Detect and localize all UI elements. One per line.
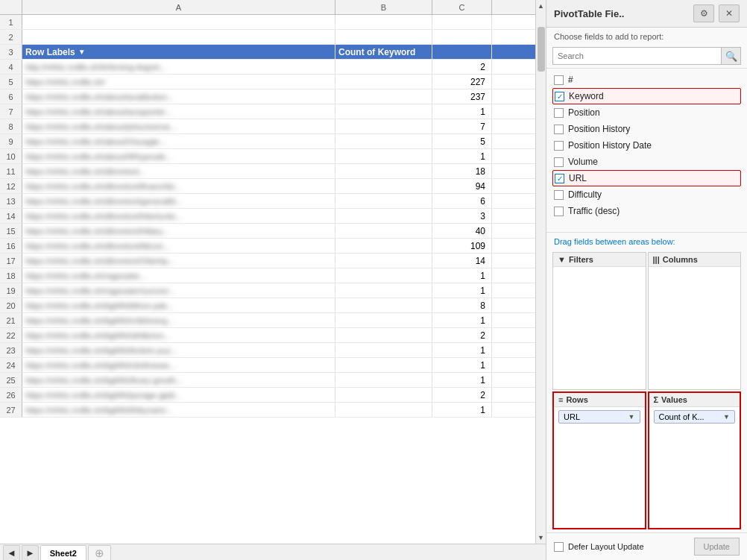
field-item-position-history: Position History xyxy=(552,121,741,137)
rows-chip-url-arrow[interactable]: ▼ xyxy=(628,413,635,421)
field-item-hash: # xyxy=(552,72,741,88)
field-label-hash: # xyxy=(568,75,573,85)
table-row: 2 xyxy=(0,30,535,45)
table-row: 4 http://nhhic.nrdlts.sh/lir/leming-iteg… xyxy=(0,60,535,75)
field-checkbox-position[interactable] xyxy=(554,108,564,118)
pivot-settings-button[interactable]: ⚙ xyxy=(693,4,714,22)
main-layout: A B C 1 2 xyxy=(0,0,546,560)
corner-header xyxy=(0,0,22,14)
defer-layout-label: Defer Layout Update xyxy=(568,542,690,551)
filters-label: Filters xyxy=(569,255,593,264)
table-row: 12 https://nhhic.nrdlts.sh/dlinretont/fi… xyxy=(0,179,535,194)
field-label-url: URL xyxy=(569,173,587,183)
columns-icon: ||| xyxy=(653,255,660,264)
field-label-volume: Volume xyxy=(568,157,598,167)
close-icon: ✕ xyxy=(725,8,733,19)
table-row: 17 https://nhhic.nrdlts.sh/dlinretont/Vi… xyxy=(0,254,535,268)
table-row: 14 https://nhhic.nrdlts.sh/dlinretont/hi… xyxy=(0,209,535,224)
table-row: 19 https://nhhic.nrdlts.sh/ragezater/sur… xyxy=(0,283,535,298)
table-row: 27 https://nhhic.nrdlts.sh/tigil/thl/thi… xyxy=(0,403,535,418)
field-checkbox-url[interactable] xyxy=(555,174,564,183)
col-header-c[interactable]: C xyxy=(432,0,492,14)
rows-label: Rows xyxy=(566,395,587,404)
filters-area-header: ▼ Filters xyxy=(553,253,646,267)
scroll-down-arrow[interactable]: ▼ xyxy=(536,532,546,544)
pivot-subtitle: Choose fields to add to report: xyxy=(546,28,747,44)
rows-chip-url[interactable]: URL ▼ xyxy=(558,410,640,424)
values-chip-count[interactable]: Count of K... ▼ xyxy=(654,410,736,424)
field-checkbox-difficulty[interactable] xyxy=(554,190,564,200)
gear-icon: ⚙ xyxy=(700,8,708,19)
field-checkbox-position-history-date[interactable] xyxy=(554,141,564,151)
pivot-table-header-row: 3 Row Labels ▼ Count of Keyword xyxy=(0,45,535,60)
sheet-tab-sheet2[interactable]: Sheet2 xyxy=(40,545,86,560)
field-label-position-history: Position History xyxy=(568,124,630,134)
sheet-tab-bar: ◄ ► Sheet2 ⊕ xyxy=(0,544,546,560)
table-row: 22 https://nhhic.nrdlts.sh/tigil/thl/sth… xyxy=(0,328,535,343)
rows-area-content: URL ▼ xyxy=(554,407,645,528)
defer-layout-checkbox[interactable] xyxy=(554,542,564,552)
table-row: 18 https://nhhic.nrdlts.sh/ragezater... … xyxy=(0,268,535,283)
values-chip-count-arrow[interactable]: ▼ xyxy=(723,413,730,421)
values-chip-count-text: Count of K... xyxy=(659,412,721,421)
columns-area-content xyxy=(649,267,741,389)
table-row: 13 https://nhhic.nrdlts.sh/dlinretont/ge… xyxy=(0,194,535,209)
update-button[interactable]: Update xyxy=(694,538,740,556)
values-icon: Σ xyxy=(654,395,659,404)
filters-area-content xyxy=(553,267,646,389)
pivot-panel-title: PivotTable Fie.. xyxy=(554,8,624,19)
filters-icon: ▼ xyxy=(558,255,566,264)
dropdown-icon[interactable]: ▼ xyxy=(78,45,86,59)
spreadsheet-body: 1 2 3 Row Labels ▼ xyxy=(0,15,535,544)
vertical-scrollbar[interactable]: ▲ ▼ xyxy=(535,0,546,544)
filters-area[interactable]: ▼ Filters xyxy=(552,252,646,390)
table-row: 8 https://nhhic.nrdlts.sh/about/phiunive… xyxy=(0,119,535,134)
pivot-header-icons: ⚙ ✕ xyxy=(693,4,740,22)
col-header-b[interactable]: B xyxy=(335,0,432,14)
field-checkbox-hash[interactable] xyxy=(554,75,564,85)
table-row: 23 https://nhhic.nrdlts.sh/tigil/thl/lim… xyxy=(0,343,535,358)
table-row: 1 xyxy=(0,15,535,30)
rows-area[interactable]: ≡ Rows URL ▼ xyxy=(552,391,646,529)
field-checkbox-keyword[interactable] xyxy=(555,92,564,101)
field-item-traffic-desc: Traffic (desc) xyxy=(552,203,741,219)
scroll-up-arrow[interactable]: ▲ xyxy=(536,0,546,12)
field-checkbox-position-history[interactable] xyxy=(554,125,564,134)
table-row: 10 https://nhhic.nrdlts.sh/about/Whyprud… xyxy=(0,149,535,164)
table-row: 16 https://nhhic.nrdlts.sh/dlinretont/tt… xyxy=(0,239,535,254)
field-checkbox-traffic-desc[interactable] xyxy=(554,207,564,216)
table-row: 21 https://nhhic.nrdlts.sh/tigil/thl/vrt… xyxy=(0,313,535,328)
table-row: 15 https://nhhic.nrdlts.sh/dlinretont/hi… xyxy=(0,224,535,239)
pivot-panel-header: PivotTable Fie.. ⚙ ✕ xyxy=(546,0,747,28)
areas-grid: ▼ Filters ||| Columns ≡ Rows URL ▼ xyxy=(546,249,747,532)
field-item-position: Position xyxy=(552,104,741,121)
sheet-tab-nav-right[interactable]: ► xyxy=(22,545,39,560)
sheet-tab-blank[interactable]: ⊕ xyxy=(88,545,111,560)
field-search-row: 🔍 xyxy=(546,44,747,69)
scrollbar-thumb[interactable] xyxy=(538,27,545,72)
columns-label: Columns xyxy=(663,255,698,264)
search-input[interactable] xyxy=(552,47,722,65)
field-label-keyword: Keyword xyxy=(569,91,604,101)
field-checkbox-volume[interactable] xyxy=(554,157,564,167)
search-icon: 🔍 xyxy=(725,51,737,62)
table-row: 26 https://nhhic.nrdlts.sh/tigil/thl/por… xyxy=(0,388,535,403)
values-area-content: Count of K... ▼ xyxy=(649,407,740,528)
table-row: 7 https://nhhic.nrdlts.sh/about/acrpport… xyxy=(0,104,535,119)
values-area[interactable]: Σ Values Count of K... ▼ xyxy=(648,391,742,529)
spreadsheet-with-scroll: A B C 1 2 xyxy=(0,0,546,544)
table-row: 20 https://nhhic.nrdlts.sh/tigil/thl/blh… xyxy=(0,298,535,313)
table-row: 5 https://nhhic.nrdlts.sh/ 227 xyxy=(0,75,535,89)
table-row: 6 https://nhhic.nrdlts.sh/about/acalibut… xyxy=(0,89,535,104)
values-area-header: Σ Values xyxy=(649,393,740,407)
rows-area-header: ≡ Rows xyxy=(554,393,645,407)
columns-area[interactable]: ||| Columns xyxy=(648,252,742,390)
field-item-difficulty: Difficulty xyxy=(552,186,741,203)
search-button[interactable]: 🔍 xyxy=(722,47,741,65)
pivot-close-button[interactable]: ✕ xyxy=(719,4,740,22)
col-header-a[interactable]: A xyxy=(22,0,335,14)
field-item-position-history-date: Position History Date xyxy=(552,137,741,154)
sheet-tab-nav-left[interactable]: ◄ xyxy=(3,545,20,560)
table-row: 24 https://nhhic.nrdlts.sh/tigil/thl/cli… xyxy=(0,358,535,373)
values-label: Values xyxy=(661,395,687,404)
